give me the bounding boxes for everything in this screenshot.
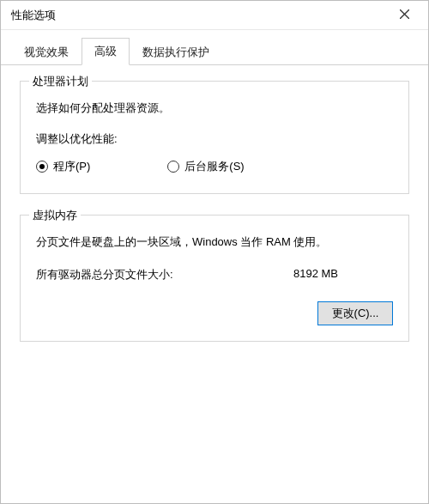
- tab-advanced[interactable]: 高级: [82, 38, 130, 65]
- vm-total-row: 所有驱动器总分页文件大小: 8192 MB: [36, 267, 393, 282]
- radio-label: 后台服务(S): [184, 159, 244, 174]
- tab-dep[interactable]: 数据执行保护: [130, 39, 222, 65]
- close-icon: [400, 9, 409, 21]
- processor-scheduling-sublabel: 调整以优化性能:: [36, 131, 393, 147]
- group-legend: 虚拟内存: [29, 208, 81, 223]
- radio-label: 程序(P): [53, 159, 90, 174]
- radio-background-services[interactable]: 后台服务(S): [167, 159, 244, 174]
- content-area: 处理器计划 选择如何分配处理器资源。 调整以优化性能: 程序(P) 后台服务(S…: [1, 65, 428, 503]
- radio-circle-icon: [167, 161, 179, 173]
- vm-total-label: 所有驱动器总分页文件大小:: [36, 267, 293, 282]
- close-button[interactable]: [387, 3, 421, 27]
- radio-programs[interactable]: 程序(P): [36, 159, 90, 174]
- performance-options-window: 性能选项 视觉效果 高级 数据执行保护 处理器计划 选择如何分配处理器资源。 调…: [0, 0, 429, 504]
- processor-scheduling-desc: 选择如何分配处理器资源。: [36, 100, 393, 116]
- virtual-memory-group: 虚拟内存 分页文件是硬盘上的一块区域，Windows 当作 RAM 使用。 所有…: [20, 215, 409, 342]
- tab-label: 视觉效果: [24, 46, 69, 58]
- button-row: 更改(C)...: [36, 301, 393, 325]
- titlebar: 性能选项: [1, 1, 428, 30]
- tab-label: 高级: [94, 45, 117, 58]
- tab-label: 数据执行保护: [142, 46, 209, 58]
- change-button[interactable]: 更改(C)...: [317, 301, 393, 325]
- button-label: 更改(C)...: [332, 307, 379, 319]
- processor-scheduling-group: 处理器计划 选择如何分配处理器资源。 调整以优化性能: 程序(P) 后台服务(S…: [20, 81, 409, 194]
- group-legend: 处理器计划: [29, 74, 92, 89]
- radio-circle-icon: [36, 161, 48, 173]
- vm-total-value: 8192 MB: [293, 267, 393, 282]
- radio-row: 程序(P) 后台服务(S): [36, 159, 393, 174]
- tabs: 视觉效果 高级 数据执行保护: [1, 30, 428, 65]
- virtual-memory-desc: 分页文件是硬盘上的一块区域，Windows 当作 RAM 使用。: [36, 234, 393, 250]
- tab-visual-effects[interactable]: 视觉效果: [11, 39, 82, 65]
- window-title: 性能选项: [11, 8, 387, 23]
